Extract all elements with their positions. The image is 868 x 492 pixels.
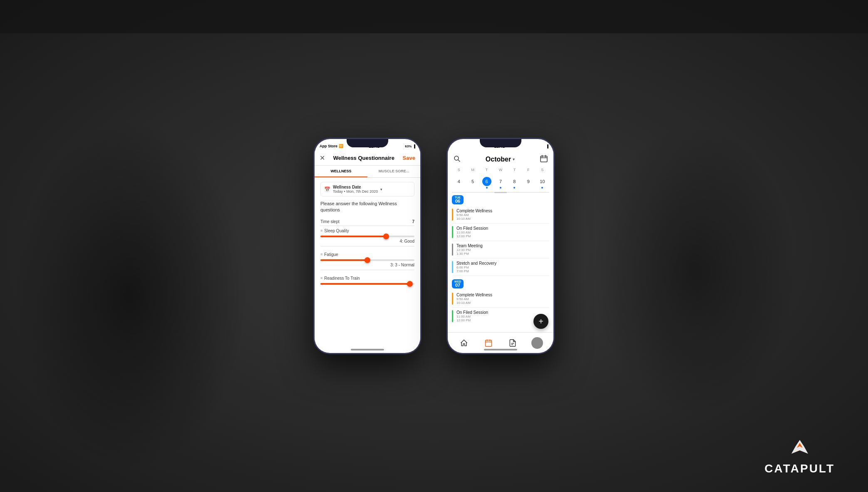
event-name-3: Team Meeting	[456, 244, 549, 248]
cal-date-dot-6	[486, 187, 488, 189]
event-time-1: 9:50 AM10:10 AM	[456, 213, 549, 221]
fatigue-thumb[interactable]	[365, 257, 370, 263]
day-letter-w: W	[494, 166, 507, 174]
calendar-divider	[452, 192, 549, 193]
wellness-question-text: Please answer the following Wellness que…	[320, 201, 414, 214]
calendar-phone: 11:41 ▐ October ▾	[446, 138, 555, 354]
calendar-dropdown-arrow: ▾	[513, 157, 515, 162]
readiness-icon: ≡	[320, 276, 322, 280]
fab-add-button[interactable]: +	[533, 314, 548, 329]
cal-date-num-5: 5	[468, 177, 477, 186]
cal-date-6[interactable]: 6	[480, 175, 494, 190]
wed-badge: WED 07	[452, 279, 464, 288]
date-row[interactable]: 📅 Wellness Date Today • Mon, 7th Dec 202…	[320, 182, 414, 196]
calendar-search-icon[interactable]	[454, 155, 460, 163]
status-icons: 63% ▐	[405, 144, 415, 148]
save-button[interactable]: Save	[403, 155, 415, 161]
cal-date-4[interactable]: 4	[452, 175, 466, 190]
event-stretch-tue[interactable]: Stretch and Recovery 6:00 PM7:00 PM	[452, 258, 549, 276]
wellness-screen: ✕ Wellness Questionnaire Save WELLNESS M…	[315, 151, 420, 353]
nav-calendar-icon[interactable]	[483, 337, 494, 349]
readiness-label: Readiness To Train	[324, 276, 360, 281]
sleep-quality-track[interactable]	[320, 236, 414, 237]
phones-container: App Store 🛜 11:41 63% ▐ ✕ Wellness Quest…	[313, 138, 555, 354]
nav-profile-icon[interactable]	[531, 337, 543, 349]
battery-icon: ▐	[413, 144, 415, 148]
nav-home-icon[interactable]	[458, 337, 470, 349]
day-letter-t2: T	[508, 166, 521, 174]
calendar-screen: October ▾ S M T W T	[448, 151, 553, 353]
svg-line-3	[458, 160, 460, 162]
event-color-bar-4	[452, 261, 453, 273]
wellness-title: Wellness Questionnaire	[333, 155, 394, 161]
calendar-month-row[interactable]: October ▾	[486, 156, 515, 163]
event-content-5: Complete Wellness 9:50 AM10:10 AM	[456, 293, 549, 305]
tab-muscle-soreness[interactable]: MUSCLE SORE...	[367, 166, 420, 177]
wellness-body: 📅 Wellness Date Today • Mon, 7th Dec 202…	[315, 178, 420, 351]
readiness-thumb[interactable]	[407, 281, 413, 287]
event-on-filed-tue[interactable]: On Filed Session 11:00 AM12:00 PM	[452, 224, 549, 241]
day-letter-m: M	[466, 166, 479, 174]
tab-wellness[interactable]: WELLNESS	[315, 166, 367, 177]
event-content-2: On Filed Session 11:00 AM12:00 PM	[456, 226, 549, 238]
readiness-track[interactable]	[320, 283, 414, 285]
date-calendar-icon: 📅	[324, 186, 330, 192]
tue-badge: TUE 06	[452, 195, 464, 204]
event-color-bar-2	[452, 226, 453, 238]
sleep-quality-icon: ≡	[320, 229, 322, 233]
close-button[interactable]: ✕	[320, 154, 325, 162]
event-group-wed: WED 07 Complete Wellness 9:50 AM10:10 AM	[452, 279, 549, 323]
event-complete-wellness-tue[interactable]: Complete Wellness 9:50 AM10:10 AM	[452, 206, 549, 224]
event-content-3: Team Meeting 12:30 PM1:30 PM	[456, 244, 549, 256]
event-name-1: Complete Wellness	[456, 209, 549, 213]
calendar-month-label: October	[486, 156, 511, 163]
wellness-date-value: Today • Mon, 7th Dec 2020	[333, 189, 378, 194]
day-letter-s2: S	[536, 166, 549, 174]
tue-num: 06	[455, 199, 460, 204]
calendar-header: October ▾	[448, 151, 553, 166]
cal-date-7[interactable]: 7	[494, 175, 507, 190]
sleep-quality-label-row: ≡ Sleep Quality	[320, 229, 414, 233]
cal-date-num-7: 7	[496, 177, 505, 186]
event-time-4: 6:00 PM7:00 PM	[456, 266, 549, 273]
fatigue-label: Fatigue	[324, 252, 338, 257]
day-letter-s1: S	[452, 166, 466, 174]
day-letter-t1: T	[480, 166, 494, 174]
event-content-1: Complete Wellness 9:50 AM10:10 AM	[456, 209, 549, 221]
phone-notch	[347, 139, 388, 147]
date-dropdown-arrow: ▾	[380, 187, 382, 191]
event-time-2: 11:00 AM12:00 PM	[456, 231, 549, 238]
sleep-quality-value: 4: Good	[320, 239, 414, 246]
event-color-bar-3	[452, 244, 453, 256]
catapult-logo: CATAPULT	[764, 438, 835, 475]
calendar-days-header: S M T W T F S	[448, 166, 553, 174]
cal-date-num-8: 8	[510, 177, 519, 186]
wellness-date-label: Wellness Date	[333, 185, 378, 189]
home-indicator-left	[351, 349, 384, 350]
divider-handle	[494, 192, 507, 193]
sleep-quality-label: Sleep Quality	[324, 229, 349, 233]
fatigue-fill	[320, 259, 367, 261]
svg-marker-0	[791, 440, 808, 454]
phone-notch-right	[480, 139, 521, 147]
day-letter-f: F	[521, 166, 535, 174]
cal-date-8[interactable]: 8	[508, 175, 521, 190]
event-team-meeting[interactable]: Team Meeting 12:30 PM1:30 PM	[452, 241, 549, 258]
svg-rect-4	[541, 156, 547, 162]
fatigue-track[interactable]	[320, 259, 414, 261]
cal-date-num-6: 6	[482, 177, 491, 186]
cal-date-num-9: 9	[524, 177, 533, 186]
cal-date-dot-10	[541, 187, 543, 189]
calendar-dates-row: 4 5 6 7 8 9	[448, 174, 553, 192]
event-name-4: Stretch and Recovery	[456, 261, 549, 266]
cal-date-num-10: 10	[538, 177, 547, 186]
sleep-quality-thumb[interactable]	[383, 234, 389, 239]
cal-date-10[interactable]: 10	[536, 175, 549, 190]
calendar-icon-right[interactable]	[540, 155, 548, 164]
event-name-2: On Filed Session	[456, 226, 549, 231]
nav-document-icon[interactable]	[507, 337, 518, 349]
event-complete-wellness-wed[interactable]: Complete Wellness 9:50 AM10:10 AM	[452, 290, 549, 308]
cal-date-9[interactable]: 9	[521, 175, 535, 190]
cal-date-5[interactable]: 5	[466, 175, 479, 190]
time-slept-value: 7	[412, 219, 414, 224]
